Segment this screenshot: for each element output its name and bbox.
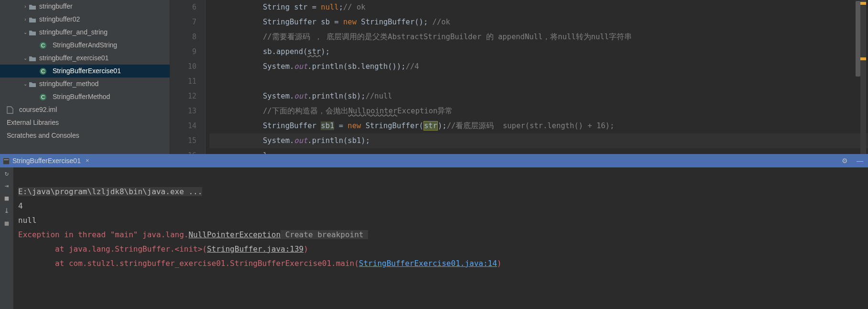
tree-item[interactable]: ›stringbuffer02 (0, 13, 170, 26)
console-output-line: null (18, 216, 37, 225)
folder-icon (29, 0, 39, 13)
code-line[interactable]: String str = null;// ok (209, 0, 868, 15)
line-number[interactable]: 9 (170, 44, 196, 59)
run-tab-title: StringBufferExercise01 (12, 157, 81, 165)
svg-text:C: C (41, 94, 45, 100)
minimize-icon[interactable]: — (857, 157, 863, 165)
tree-item-label: stringbuffer_and_string (39, 26, 108, 39)
file-icon (7, 103, 16, 116)
tree-item-label: stringbuffer (39, 0, 73, 13)
resume-icon[interactable]: ⇥ (5, 182, 9, 189)
code-line[interactable]: //需要看源码 ， 底层调用的是父类AbstractStringBuilder … (209, 30, 868, 44)
tree-item-label: stringbuffer02 (39, 13, 80, 26)
code-line[interactable] (209, 74, 868, 89)
project-tree[interactable]: ›stringbuffer›stringbuffer02⌄stringbuffe… (0, 0, 170, 154)
line-number[interactable]: 6 (170, 0, 196, 15)
tree-item[interactable]: ⌄stringbuffer_and_string (0, 26, 170, 39)
class-file-icon: C (39, 67, 50, 75)
svg-rect-6 (3, 158, 10, 165)
code-line[interactable]: //下面的构造器，会抛出NullpointerException异常 (209, 104, 868, 119)
line-number[interactable]: 13 (170, 104, 196, 119)
gear-icon[interactable]: ⚙ (842, 157, 848, 165)
code-line[interactable]: StringBuffer sb = new StringBuffer(); //… (209, 15, 868, 30)
console-stacktrace-line: at java.lang.StringBuffer.<init>(StringB… (18, 244, 308, 254)
code-line[interactable]: System.out.println(sb);//null (209, 89, 868, 104)
tree-item-label: StringBufferAndString (53, 39, 117, 52)
class-file-icon: C (39, 42, 50, 49)
line-number[interactable]: 15 (170, 133, 196, 148)
stop-icon[interactable]: ■ (5, 194, 9, 202)
tree-item-label: stringbuffer_method (39, 77, 98, 90)
error-stripe[interactable] (860, 0, 866, 154)
tree-item[interactable]: Scratches and Consoles (0, 129, 170, 142)
rerun-icon[interactable]: ↻ (5, 169, 9, 177)
tree-item-label: StringBufferMethod (53, 90, 110, 103)
editor-code-area[interactable]: String str = null;// ok StringBuffer sb … (206, 0, 868, 154)
class-file-icon: C (39, 93, 50, 101)
run-console[interactable]: E:\java\program\lzljdk8\bin\java.exe ...… (13, 167, 868, 309)
tree-item[interactable]: ⌄stringbuffer_method (0, 77, 170, 90)
run-tab-icon (3, 157, 10, 165)
warning-marker[interactable] (860, 57, 866, 60)
folder-icon (29, 26, 39, 39)
line-number[interactable]: 10 (170, 59, 196, 74)
tree-item[interactable]: External Libraries (0, 116, 170, 129)
stacktrace-link[interactable]: StringBuffer.java:139 (207, 244, 304, 254)
console-stacktrace-line: at com.stulzl.stringbuffer_exercise01.St… (18, 259, 501, 268)
warning-marker[interactable] (860, 2, 866, 5)
svg-text:C: C (41, 68, 45, 74)
exit-icon[interactable]: ⤓ (4, 207, 10, 214)
expand-arrow-icon[interactable]: ⌄ (22, 52, 29, 65)
code-editor[interactable]: 678910111213141516 String str = null;// … (170, 0, 868, 154)
tree-item-label: External Libraries (7, 116, 59, 129)
svg-text:C: C (41, 43, 45, 48)
code-line[interactable]: sb.append(str); (209, 44, 868, 59)
folder-icon (29, 52, 39, 65)
code-line[interactable]: System.out.println(sb.length());//4 (209, 59, 868, 74)
tree-item[interactable]: CStringBufferMethod (0, 90, 170, 103)
svg-rect-7 (4, 159, 9, 160)
tree-item[interactable]: CStringBufferExercise01 (0, 65, 170, 77)
tree-item[interactable]: course92.iml (0, 103, 170, 116)
folder-icon (29, 77, 39, 90)
expand-arrow-icon[interactable]: › (22, 0, 29, 13)
tree-item[interactable]: ›stringbuffer (0, 0, 170, 13)
editor-gutter: 678910111213141516 (170, 0, 206, 154)
code-line[interactable]: StringBuffer sb1 = new StringBuffer(str)… (209, 119, 868, 133)
layout-icon[interactable]: ▦ (5, 219, 9, 227)
expand-arrow-icon[interactable]: ⌄ (22, 77, 29, 90)
run-tool-sidebar[interactable]: ↻ ⇥ ■ ⤓ ▦ (0, 167, 13, 309)
run-tab[interactable]: StringBufferExercise01 × (3, 157, 89, 165)
line-number[interactable]: 12 (170, 89, 196, 104)
tree-item-label: Scratches and Consoles (7, 129, 79, 142)
line-number[interactable]: 8 (170, 30, 196, 44)
line-number[interactable]: 7 (170, 15, 196, 30)
stacktrace-link[interactable]: StringBufferExercise01.java:14 (359, 259, 497, 268)
folder-icon (29, 13, 39, 26)
tree-item-label: stringbuffer_exercise01 (39, 52, 108, 65)
expand-arrow-icon[interactable]: › (22, 13, 29, 26)
close-icon[interactable]: × (86, 157, 89, 164)
expand-arrow-icon[interactable]: ⌄ (22, 26, 29, 39)
scrollbar-thumb[interactable] (856, 1, 860, 77)
tree-item-label: StringBufferExercise01 (53, 65, 121, 77)
line-number[interactable]: 14 (170, 119, 196, 133)
code-line[interactable]: System.out.println(sb1); (209, 133, 868, 148)
run-tool-tab-bar[interactable]: StringBufferExercise01 × ⚙ — (0, 154, 868, 167)
tree-item-label: course92.iml (19, 103, 57, 116)
exception-class-link[interactable]: NullPointerException (188, 230, 281, 239)
console-exception-line: Exception in thread "main" java.lang.Nul… (18, 230, 281, 239)
console-output-line: 4 (18, 201, 23, 210)
console-command: E:\java\program\lzljdk8\bin\java.exe ... (18, 187, 202, 196)
line-number[interactable]: 11 (170, 74, 196, 89)
tree-item[interactable]: CStringBufferAndString (0, 39, 170, 52)
tree-item[interactable]: ⌄stringbuffer_exercise01 (0, 52, 170, 65)
create-breakpoint-hint[interactable]: Create breakpoint (281, 230, 368, 239)
